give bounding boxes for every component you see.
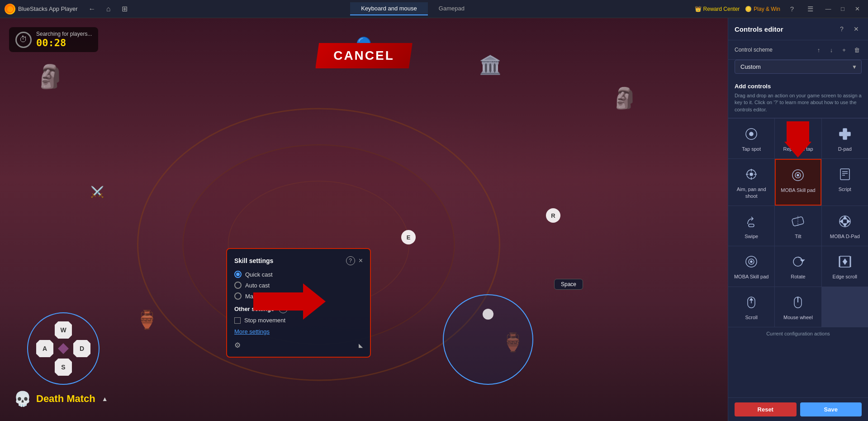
auto-cast-option[interactable]: Auto cast [234, 282, 363, 289]
tilt-icon [789, 212, 807, 230]
svg-rect-11 [843, 129, 847, 132]
control-moba-skill-pad-highlighted[interactable]: MOBA Skill pad [775, 159, 821, 206]
quick-cast-radio[interactable] [234, 271, 242, 278]
tap-spot-icon [742, 125, 760, 143]
scheme-select[interactable]: Custom [735, 60, 862, 74]
skill-help-btn[interactable]: ? [346, 256, 355, 265]
timer-icon: ⏱ [15, 32, 32, 48]
control-rotate[interactable]: Rotate [775, 246, 821, 286]
moba-skill-pad-normal-icon [742, 253, 760, 271]
other-settings-help-btn[interactable]: ? [279, 304, 288, 313]
swipe-icon [742, 212, 760, 230]
quick-cast-label: Quick cast [245, 271, 273, 278]
control-mouse-wheel[interactable]: Mouse wheel [775, 287, 821, 327]
delete-scheme-btn[interactable]: 🗑 [852, 45, 862, 55]
panel-icons: ? ✕ [836, 24, 862, 34]
cancel-button[interactable]: CANCEL [315, 43, 413, 68]
panel-close-btn[interactable]: ✕ [851, 24, 862, 34]
reset-button[interactable]: Reset [735, 402, 797, 416]
tilt-label: Tilt [795, 233, 801, 239]
space-key[interactable]: Space [554, 279, 583, 290]
multi-instance-button[interactable]: ⊞ [119, 3, 131, 15]
svg-marker-1 [8, 6, 12, 12]
key-center-decoration [58, 343, 69, 354]
manual-cast-radio[interactable] [234, 292, 242, 300]
rotate-icon [789, 253, 807, 271]
back-button[interactable]: ← [86, 3, 99, 15]
panel-help-btn[interactable]: ? [836, 24, 847, 34]
wasd-ring: W A D S [27, 312, 100, 385]
d-key[interactable]: D [73, 340, 90, 357]
rotate-label: Rotate [791, 273, 805, 280]
tab-gamepad[interactable]: Gamepad [428, 2, 475, 15]
e-key[interactable]: E [401, 230, 416, 244]
scroll-icon [742, 293, 760, 311]
gear-icon[interactable]: ⚙ [234, 341, 241, 349]
stop-movement-checkbox[interactable] [234, 317, 241, 324]
d-pad-label: D-pad [838, 146, 852, 152]
hud-timer: ⏱ Searching for players... 00:28 [9, 27, 98, 52]
scroll-label: Scroll [745, 314, 758, 321]
reward-center-btn[interactable]: 👑 Reward Center [695, 6, 740, 12]
control-swipe[interactable]: Swipe [728, 206, 774, 246]
svg-marker-46 [843, 259, 847, 262]
menu-button[interactable]: ☰ [804, 3, 816, 15]
control-moba-skill-pad[interactable]: MOBA Skill pad [728, 246, 774, 286]
control-script[interactable]: Script [822, 159, 868, 206]
edge-scroll-icon [836, 253, 854, 271]
play-win-btn[interactable]: 🪙 Play & Win [745, 6, 780, 12]
death-match-label: 💀 Death Match ▲ [14, 390, 108, 407]
logo-icon [5, 4, 15, 14]
edge-scroll-label: Edge scroll [833, 273, 857, 280]
reward-icon: 👑 [695, 6, 702, 12]
manual-cast-label: Manual cast [245, 293, 277, 300]
script-icon [836, 165, 854, 183]
control-tap-spot[interactable]: Tap spot [728, 119, 774, 158]
skill-header: Skill settings ? × [234, 256, 363, 265]
quick-cast-option[interactable]: Quick cast [234, 271, 363, 278]
close-button[interactable]: ✕ [851, 3, 863, 15]
home-button[interactable]: ⌂ [102, 3, 115, 15]
add-controls-desc: Drag and drop an action on your game scr… [735, 92, 862, 113]
control-aim-pan-shoot[interactable]: Aim, pan and shoot [728, 159, 774, 206]
control-tilt[interactable]: Tilt [775, 206, 821, 246]
game-background [0, 18, 728, 421]
repeated-tap-icon [789, 125, 807, 143]
svg-point-21 [750, 173, 753, 176]
tab-keyboard-mouse[interactable]: Keyboard and mouse [350, 2, 428, 15]
skull-icon: 💀 [14, 390, 32, 407]
controls-panel: Controls editor ? ✕ Control scheme ↑ ↓ +… [728, 18, 868, 421]
panel-title-bar: Controls editor ? ✕ [728, 18, 868, 40]
add-scheme-btn[interactable]: + [839, 45, 849, 55]
bottom-actions: Reset Save [728, 397, 868, 421]
moba-skill-circle[interactable] [443, 294, 533, 385]
control-moba-d-pad[interactable]: MOBA D-Pad [822, 206, 868, 246]
auto-cast-radio[interactable] [234, 282, 242, 289]
skill-popup: Skill settings ? × Quick cast Auto cast [226, 248, 371, 358]
control-scroll[interactable]: Scroll [728, 287, 774, 327]
maximize-button[interactable]: □ [836, 3, 849, 15]
w-key[interactable]: W [55, 321, 72, 339]
scheme-icons: ↑ ↓ + 🗑 [814, 45, 862, 55]
skill-settings-title: Skill settings [234, 257, 273, 264]
swipe-label: Swipe [745, 233, 758, 239]
control-edge-scroll[interactable]: Edge scroll [822, 246, 868, 286]
save-button[interactable]: Save [800, 402, 862, 416]
manual-cast-option[interactable]: Manual cast [234, 292, 363, 300]
download-icon[interactable]: ↓ [826, 45, 836, 55]
a-key[interactable]: A [36, 340, 53, 357]
moba-skill-pad-normal-label: MOBA Skill pad [734, 273, 768, 280]
other-settings-title: Other settings [234, 306, 274, 312]
minimize-button[interactable]: — [822, 3, 835, 15]
moba-dot [483, 309, 493, 320]
help-button[interactable]: ? [786, 3, 798, 15]
skill-close-btn[interactable]: × [359, 257, 363, 265]
more-settings-link[interactable]: More settings [234, 328, 270, 335]
control-repeated-tap[interactable]: Repeated tap [775, 119, 821, 158]
s-key[interactable]: S [55, 359, 72, 376]
coin-icon: 🪙 [745, 6, 752, 12]
add-controls-section: Add controls Drag and drop an action on … [728, 78, 868, 118]
upload-icon[interactable]: ↑ [814, 45, 824, 55]
r-key[interactable]: R [546, 208, 560, 223]
control-d-pad[interactable]: D-pad [822, 119, 868, 158]
